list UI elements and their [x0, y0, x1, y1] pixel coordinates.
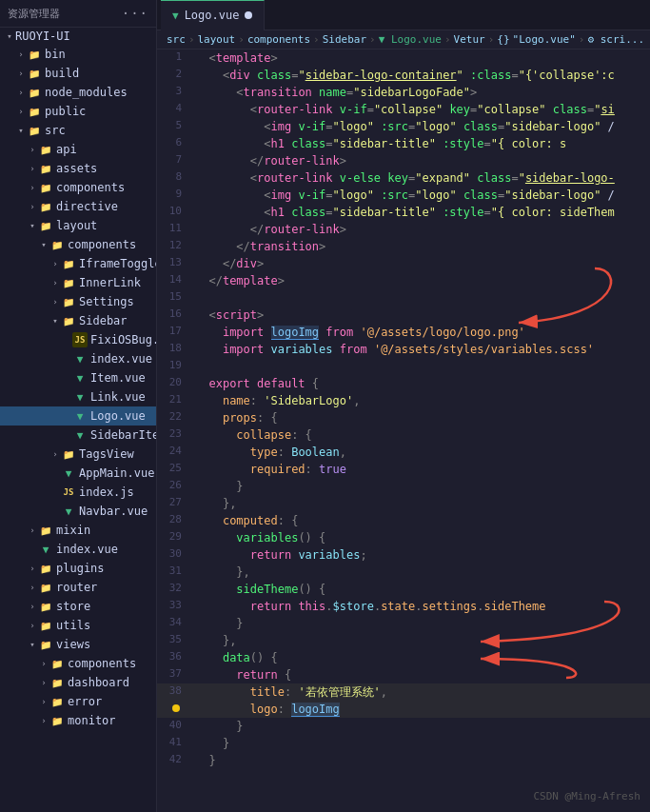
line-code-3: <transition name="sidebarLogoFade"> — [191, 84, 650, 101]
tree-item-views-components[interactable]: 📁 components — [0, 654, 156, 673]
line-27: 27 }, — [157, 495, 650, 512]
vue-icon-index: ▼ — [72, 351, 88, 366]
arrow-api — [27, 144, 38, 155]
tree-item-sidebar[interactable]: 📁 Sidebar — [0, 311, 156, 330]
folder-icon-views: 📁 — [38, 637, 53, 652]
line-code-21: name: 'SidebarLogo', — [191, 392, 650, 409]
line-code-28: computed: { — [191, 512, 650, 529]
tree-item-dashboard[interactable]: 📁 dashboard — [0, 673, 156, 692]
line-34: 34 } — [157, 615, 650, 632]
tree-item-assets[interactable]: 📁 assets — [0, 159, 156, 178]
tree-item-plugins[interactable]: 📁 plugins — [0, 559, 156, 578]
folder-icon-bin: 📁 — [27, 47, 42, 62]
line-num-17: 17 — [157, 324, 191, 341]
tree-item-node-modules[interactable]: 📁 node_modules — [0, 83, 156, 102]
tree-item-tags-view[interactable]: 📁 TagsView — [0, 445, 156, 464]
folder-icon-store: 📁 — [38, 599, 53, 614]
folder-icon-components: 📁 — [38, 180, 53, 195]
tree-item-index-js[interactable]: JS index.js — [0, 483, 156, 502]
tree-item-bin[interactable]: 📁 bin — [0, 45, 156, 64]
line-21: 21 name: 'SidebarLogo', — [157, 392, 650, 409]
tree-item-error[interactable]: 📁 error — [0, 692, 156, 711]
label-utils: utils — [56, 619, 90, 632]
tree-item-public[interactable]: 📁 public — [0, 102, 156, 121]
line-1: 1 <template> — [157, 50, 650, 67]
tree-item-store[interactable]: 📁 store — [0, 597, 156, 616]
line-num-38: 38 — [157, 683, 191, 701]
tree-item-router[interactable]: 📁 router — [0, 578, 156, 597]
label-components: components — [56, 181, 125, 194]
arrow-src — [15, 125, 27, 136]
tree-item-item-vue[interactable]: ▼ Item.vue — [0, 368, 156, 387]
tree-item-app-main-vue[interactable]: ▼ AppMain.vue — [0, 464, 156, 483]
line-code-30: return variables; — [191, 546, 650, 564]
label-error: error — [68, 695, 102, 708]
line-35: 35 }, — [157, 632, 650, 649]
tree-item-fix-ios-bug[interactable]: JS FixiOSBug.js — [0, 330, 156, 349]
arrow-components-sub — [38, 239, 49, 250]
line-10: 10 <h1 class="sidebar-title" :style="{ c… — [157, 204, 650, 221]
tree-item-api[interactable]: 📁 api — [0, 140, 156, 159]
tree-item-directive[interactable]: 📁 directive — [0, 197, 156, 216]
label-inner-link: InnerLink — [79, 276, 141, 289]
line-num-37: 37 — [157, 666, 191, 683]
folder-icon-error: 📁 — [49, 694, 65, 709]
tree-item-logo-vue[interactable]: ▼ Logo.vue — [0, 406, 156, 426]
line-num-8: 8 — [157, 169, 191, 187]
label-navbar-vue: Navbar.vue — [79, 505, 148, 518]
line-num-1: 1 — [157, 50, 191, 67]
tree-item-monitor[interactable]: 📁 monitor — [0, 711, 156, 730]
arrow-plugins — [27, 563, 38, 574]
line-code-36: data() { — [191, 649, 650, 666]
line-16: 16 <script> — [157, 307, 650, 324]
line-39: logo: logoImg — [157, 701, 650, 718]
line-4: 4 <router-link v-if="collapse" key="coll… — [157, 101, 650, 118]
line-41: 41 } — [157, 735, 650, 752]
tree-item-inner-link[interactable]: 📁 InnerLink — [0, 273, 156, 292]
line-num-31: 31 — [157, 564, 191, 581]
tree-item-settings[interactable]: 📁 Settings — [0, 292, 156, 311]
tab-logo-vue[interactable]: ▼ Logo.vue — [161, 0, 265, 30]
line-num-18: 18 — [157, 341, 191, 358]
tree-item-utils[interactable]: 📁 utils — [0, 616, 156, 635]
label-sidebar-item-vue: SidebarItem.vue — [90, 428, 157, 442]
tree-item-src-index-vue[interactable]: ▼ index.vue — [0, 540, 156, 559]
label-views: views — [56, 638, 90, 651]
tree-item-components-sub[interactable]: 📁 components — [0, 235, 156, 254]
tree-item-navbar-vue[interactable]: ▼ Navbar.vue — [0, 502, 156, 521]
tree-item-views[interactable]: 📁 views — [0, 635, 156, 654]
code-editor[interactable]: 1 <template> 2 <div class="sidebar-logo-… — [157, 50, 650, 812]
line-33: 33 return this.$store.state.settings.sid… — [157, 598, 650, 615]
tree-item-src[interactable]: 📁 src — [0, 121, 156, 140]
line-num-2: 2 — [157, 67, 191, 84]
sidebar-header: 资源管理器 ··· — [0, 0, 156, 28]
tree-item-sidebar-item-vue[interactable]: ▼ SidebarItem.vue — [0, 426, 156, 445]
tree-item-link-vue[interactable]: ▼ Link.vue — [0, 387, 156, 406]
line-num-28: 28 — [157, 512, 191, 529]
file-explorer-sidebar[interactable]: 资源管理器 ··· RUOYI-UI 📁 bin 📁 build 📁 node_… — [0, 0, 157, 812]
bc-scri: ⚙ scri... — [587, 33, 644, 46]
tree-item-mixin[interactable]: 📁 mixin — [0, 521, 156, 540]
label-index-vue: index.vue — [90, 352, 152, 366]
tree-item-layout[interactable]: 📁 layout — [0, 216, 156, 235]
tree-item-index-vue[interactable]: ▼ index.vue — [0, 349, 156, 368]
line-8: 8 <router-link v-else key="expand" class… — [157, 169, 650, 187]
label-api: api — [56, 143, 77, 156]
sidebar-menu-button[interactable]: ··· — [122, 6, 148, 21]
yellow-bullet-39 — [172, 704, 180, 712]
label-link-vue: Link.vue — [90, 390, 146, 404]
js-icon-index: JS — [61, 485, 76, 500]
label-directive: directive — [56, 200, 118, 213]
tree-item-components[interactable]: 📁 components — [0, 178, 156, 197]
tree-root[interactable]: RUOYI-UI — [0, 28, 156, 45]
folder-icon-inner-link: 📁 — [61, 275, 76, 290]
tree-item-build[interactable]: 📁 build — [0, 64, 156, 83]
line-28: 28 computed: { — [157, 512, 650, 529]
line-13: 13 </div> — [157, 255, 650, 272]
vue-icon-logo: ▼ — [72, 408, 88, 424]
line-num-39 — [157, 701, 191, 718]
line-num-7: 7 — [157, 152, 191, 169]
tree-item-iframe-toggle[interactable]: 📁 IframeToggle — [0, 254, 156, 273]
label-components-sub: components — [68, 238, 136, 251]
root-label: RUOYI-UI — [15, 30, 70, 43]
